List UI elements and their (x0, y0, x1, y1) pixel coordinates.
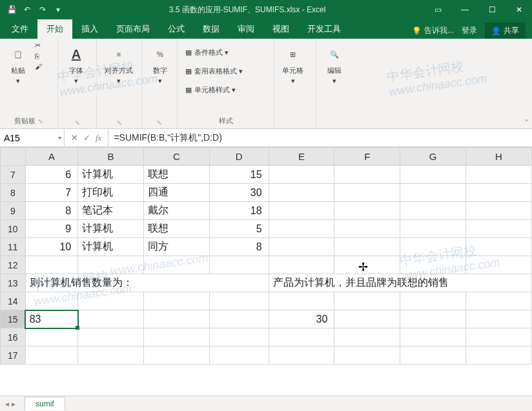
insert-function-icon[interactable]: fx (96, 133, 101, 143)
cell[interactable] (144, 328, 210, 346)
cell[interactable] (25, 328, 77, 346)
cell[interactable] (466, 238, 532, 256)
cell[interactable] (78, 256, 144, 274)
close-button[interactable]: ✕ (506, 0, 532, 19)
cell[interactable] (400, 292, 466, 310)
cell[interactable] (25, 256, 77, 274)
cell[interactable] (400, 166, 466, 184)
cell[interactable] (209, 346, 269, 365)
editing-dropdown[interactable]: 🔍 编辑 ▾ (322, 41, 347, 88)
cell[interactable] (400, 328, 466, 346)
row-header[interactable]: 15 (1, 310, 26, 328)
accept-formula-icon[interactable]: ✓ (83, 133, 90, 143)
paste-button[interactable]: 📋 粘贴 ▾ (5, 41, 31, 88)
cell[interactable] (334, 238, 400, 256)
cell[interactable] (144, 292, 210, 310)
tab-formulas[interactable]: 公式 (159, 19, 194, 39)
row-header[interactable]: 11 (1, 238, 26, 256)
cell-selected[interactable]: 83 (25, 310, 77, 328)
cell[interactable] (144, 310, 210, 328)
cell[interactable]: 打印机 (78, 184, 144, 202)
select-all-corner[interactable] (1, 148, 26, 166)
name-box[interactable]: A15 ▾ (0, 129, 65, 146)
conditional-formatting-button[interactable]: ▦条件格式 ▾ (183, 46, 245, 59)
cell[interactable] (144, 346, 210, 365)
cell[interactable] (466, 310, 532, 328)
cell[interactable] (78, 328, 144, 346)
cell[interactable] (466, 220, 532, 238)
cell-styles-button[interactable]: ▦单元格样式 ▾ (183, 84, 245, 96)
fill-handle[interactable] (76, 326, 79, 330)
cell[interactable] (209, 256, 269, 274)
column-header[interactable]: A (25, 148, 77, 166)
cell[interactable] (334, 292, 400, 310)
cell[interactable]: 30 (209, 184, 269, 202)
row-header[interactable]: 10 (1, 220, 26, 238)
row-header[interactable]: 9 (1, 202, 26, 220)
number-dialog-launcher[interactable]: ⤡ (157, 119, 162, 126)
cell[interactable] (209, 292, 269, 310)
cell[interactable]: 10 (25, 238, 77, 256)
cell[interactable] (334, 220, 400, 238)
cell[interactable] (78, 346, 144, 365)
cell[interactable] (25, 292, 77, 310)
cell[interactable]: 产品为计算机，并且品牌为联想的销售 (269, 274, 531, 292)
cell[interactable]: 18 (209, 202, 269, 220)
cell[interactable] (269, 292, 334, 310)
cell[interactable]: 则计算机销售数量为： (25, 274, 269, 292)
column-header[interactable]: F (334, 148, 400, 166)
cell[interactable] (78, 310, 144, 328)
cell[interactable]: 计算机 (78, 220, 144, 238)
undo-icon[interactable]: ↶ (22, 5, 32, 15)
sheet-nav-prev-icon[interactable]: ◂ (5, 399, 9, 408)
cell[interactable]: 四通 (144, 184, 210, 202)
cell[interactable] (334, 346, 400, 365)
alignment-dialog-launcher[interactable]: ⤡ (117, 119, 122, 126)
cell[interactable] (400, 346, 466, 365)
tab-developer[interactable]: 开发工具 (298, 19, 350, 39)
row-header[interactable]: 14 (1, 292, 26, 310)
cells-dropdown[interactable]: ⊞ 单元格 ▾ (280, 41, 306, 88)
cancel-formula-icon[interactable]: ✕ (71, 133, 78, 143)
cell[interactable] (269, 328, 334, 346)
cell[interactable] (334, 310, 400, 328)
sheet-nav-next-icon[interactable]: ▸ (12, 399, 15, 408)
ribbon-display-options-icon[interactable]: ▭ (425, 0, 451, 19)
cell[interactable] (466, 292, 532, 310)
cell[interactable] (400, 256, 466, 274)
sign-in-link[interactable]: 登录 (462, 25, 477, 36)
cell[interactable] (269, 346, 334, 365)
tab-view[interactable]: 视图 (263, 19, 298, 39)
column-header[interactable]: D (209, 148, 269, 166)
row-header[interactable]: 17 (1, 346, 26, 365)
minimize-button[interactable]: — (452, 0, 478, 19)
cell[interactable] (400, 202, 466, 220)
cell[interactable] (400, 220, 466, 238)
tell-me-search[interactable]: 💡 告诉我... (412, 25, 454, 36)
column-header[interactable]: H (466, 148, 532, 166)
row-header[interactable]: 16 (1, 328, 26, 346)
cell[interactable]: 计算机 (78, 166, 144, 184)
redo-icon[interactable]: ↷ (37, 5, 48, 15)
cell[interactable]: 5 (209, 220, 269, 238)
cell[interactable] (466, 166, 532, 184)
cell[interactable] (466, 184, 532, 202)
cell[interactable] (269, 202, 334, 220)
cell[interactable] (334, 328, 400, 346)
tab-home[interactable]: 开始 (37, 19, 72, 39)
collapse-ribbon-icon[interactable]: ˄ (525, 119, 528, 126)
cell[interactable]: 笔记本 (78, 202, 144, 220)
tab-insert[interactable]: 插入 (72, 19, 107, 39)
row-header[interactable]: 13 (1, 274, 26, 292)
save-icon[interactable]: 💾 (6, 5, 17, 15)
row-header[interactable]: 8 (1, 184, 26, 202)
spreadsheet-grid[interactable]: A B C D E F G H 76计算机联想15 87打印机四通30 98笔记… (0, 147, 532, 365)
cell[interactable]: 30 (269, 310, 334, 328)
cell[interactable] (144, 256, 210, 274)
sheet-tab-sumif[interactable]: sumif (25, 397, 65, 410)
column-header[interactable]: G (400, 148, 466, 166)
tab-data[interactable]: 数据 (194, 19, 229, 39)
cell[interactable]: 15 (209, 166, 269, 184)
cell[interactable] (466, 256, 532, 274)
tab-page-layout[interactable]: 页面布局 (107, 19, 159, 39)
